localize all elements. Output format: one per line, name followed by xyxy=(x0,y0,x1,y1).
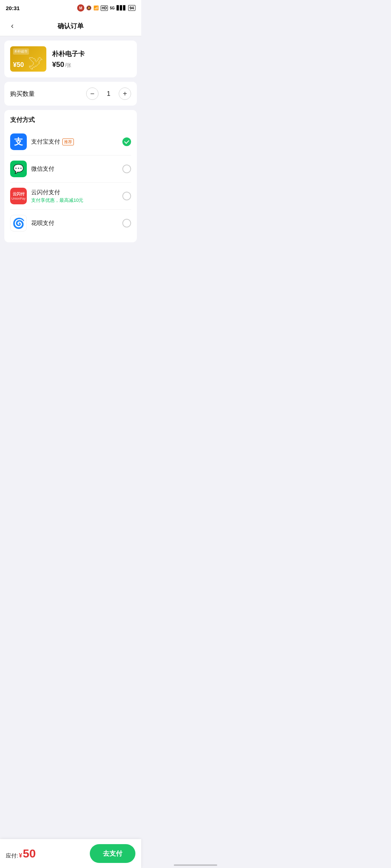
huabei-icon: 🌀 xyxy=(12,217,25,229)
alipay-radio[interactable] xyxy=(122,137,131,146)
mute-icon: 🔕 xyxy=(86,5,92,10)
alipay-tag: 推荐 xyxy=(62,139,74,145)
quantity-value: 1 xyxy=(104,90,113,98)
payment-section: 支付方式 支 支付宝支付 推荐 💬 微信支付 云闪付 UnionPay 云闪付支… xyxy=(4,110,137,242)
unionpay-radio[interactable] xyxy=(122,192,131,200)
unionpay-subtitle: 支付享优惠，最高减10元 xyxy=(31,197,122,204)
quantity-section: 购买数量 − 1 + xyxy=(4,82,137,106)
huabei-radio[interactable] xyxy=(122,219,131,227)
wifi-icon: 📶 xyxy=(93,5,99,10)
huabei-info: 花呗支付 xyxy=(31,220,122,227)
signal-icon: ▋▋▋ xyxy=(117,5,126,10)
metro-icon: M xyxy=(77,4,84,12)
wechat-radio[interactable] xyxy=(122,165,131,173)
alipay-logo: 支 xyxy=(10,133,27,150)
payment-item-wechat[interactable]: 💬 微信支付 xyxy=(10,156,131,183)
product-image-logo: 朴朴超市 xyxy=(13,48,29,55)
quantity-controls: − 1 + xyxy=(86,88,131,100)
quantity-label: 购买数量 xyxy=(10,90,35,98)
alipay-info: 支付宝支付 推荐 xyxy=(31,138,122,146)
product-bird-icon: 🕊 xyxy=(28,55,43,70)
alipay-icon: 支 xyxy=(14,136,23,148)
huabei-name: 花呗支付 xyxy=(31,220,122,227)
product-info: 朴朴电子卡 ¥50 /张 xyxy=(52,50,131,69)
product-image-amount: ¥50 xyxy=(13,61,24,69)
product-name: 朴朴电子卡 xyxy=(52,50,131,58)
battery-icon: 94 xyxy=(128,5,135,11)
product-image: 朴朴超市 ¥50 🕊 xyxy=(10,46,46,72)
product-price-amount: ¥50 xyxy=(52,60,64,69)
product-price-unit: /张 xyxy=(65,62,71,69)
payment-item-alipay[interactable]: 支 支付宝支付 推荐 xyxy=(10,128,131,156)
huabei-logo: 🌀 xyxy=(10,215,27,231)
alipay-name: 支付宝支付 推荐 xyxy=(31,138,122,146)
status-icons: M 🔕 📶 HD 5G ▋▋▋ 94 xyxy=(77,4,135,12)
hd-badge: HD xyxy=(101,5,108,11)
product-card: 朴朴超市 ¥50 🕊 朴朴电子卡 ¥50 /张 xyxy=(4,41,137,77)
5g-badge: 5G xyxy=(110,6,114,10)
unionpay-sub-icon: UnionPay xyxy=(11,197,25,200)
decrement-button[interactable]: − xyxy=(86,88,98,100)
unionpay-logo: 云闪付 UnionPay xyxy=(10,188,27,204)
wechat-name: 微信支付 xyxy=(31,165,122,173)
status-bar: 20:31 M 🔕 📶 HD 5G ▋▋▋ 94 xyxy=(0,0,141,16)
unionpay-icon: 云闪付 xyxy=(13,192,25,196)
increment-button[interactable]: + xyxy=(119,88,131,100)
back-button[interactable]: ‹ xyxy=(6,20,19,33)
status-time: 20:31 xyxy=(6,5,20,11)
wechat-icon: 💬 xyxy=(13,164,24,174)
back-arrow-icon: ‹ xyxy=(11,21,13,31)
payment-item-huabei[interactable]: 🌀 花呗支付 xyxy=(10,210,131,237)
unionpay-name: 云闪付支付 xyxy=(31,189,122,196)
wechat-logo: 💬 xyxy=(10,161,27,177)
payment-section-title: 支付方式 xyxy=(10,116,131,124)
wechat-info: 微信支付 xyxy=(31,165,122,173)
nav-bar: ‹ 确认订单 xyxy=(0,16,141,36)
payment-item-unionpay[interactable]: 云闪付 UnionPay 云闪付支付 支付享优惠，最高减10元 xyxy=(10,183,131,210)
product-price: ¥50 /张 xyxy=(52,60,131,69)
unionpay-info: 云闪付支付 支付享优惠，最高减10元 xyxy=(31,189,122,204)
page-title: 确认订单 xyxy=(19,22,122,30)
